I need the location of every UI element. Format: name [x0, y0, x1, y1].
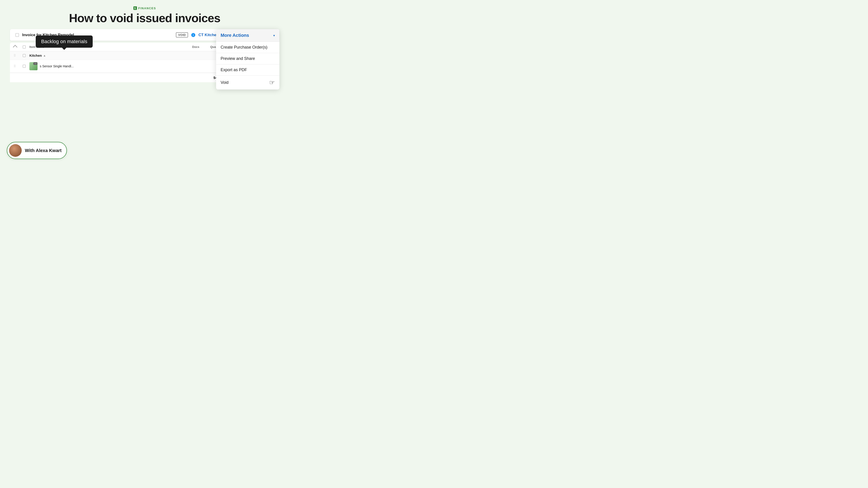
header-section: FINANCES How to void issued invoices [0, 0, 289, 25]
info-icon[interactable]: i [191, 33, 195, 37]
content-area: Backlog on materials Invoice for Kitchen… [0, 29, 289, 82]
drag-icon: ⠿ [13, 54, 23, 57]
void-badge: VOID [176, 32, 188, 37]
cursor-hand-icon: ☞ [269, 79, 275, 86]
more-actions-dropdown: More Actions ▾ Create Purchase Order(s) … [216, 29, 279, 90]
dropdown-item-create-po[interactable]: Create Purchase Order(s) [216, 41, 279, 53]
sort-up-icon [13, 45, 18, 50]
wallet-icon [133, 6, 137, 10]
group-checkbox[interactable] [23, 54, 26, 57]
dropdown-chevron-icon: ▾ [273, 34, 275, 37]
more-actions-header[interactable]: More Actions ▾ [216, 29, 279, 41]
col-docs: Docs [192, 45, 210, 48]
expand-icon[interactable]: ▲ [43, 54, 46, 57]
page-title: How to void issued invoices [69, 12, 220, 25]
thumbnail-badge: 1/2 [33, 62, 37, 65]
avatar-face [9, 144, 22, 157]
group-name: Kitchen ▲ [29, 54, 192, 57]
invoice-checkbox[interactable] [16, 33, 19, 37]
header-checkbox[interactable] [23, 45, 26, 48]
item-name-text: s Sensor Single Handl... [40, 64, 74, 68]
dropdown-item-export-pdf[interactable]: Export as PDF [216, 64, 279, 75]
avatar [9, 144, 22, 157]
presenter-card: With Alexa Kwart [7, 142, 67, 159]
backlog-tooltip: Backlog on materials [36, 35, 93, 48]
more-actions-title: More Actions [221, 33, 249, 38]
presenter-name: With Alexa Kwart [25, 148, 61, 153]
item-drag-icon: ⠿ [13, 64, 23, 68]
item-checkbox[interactable] [23, 65, 26, 68]
col-check [23, 45, 29, 48]
dropdown-item-preview-share[interactable]: Preview and Share [216, 53, 279, 64]
item-thumbnail: 1/2 [29, 62, 37, 70]
item-name-cell: 1/2 s Sensor Single Handl... [29, 62, 192, 70]
dropdown-item-void[interactable]: Void ☞ [216, 75, 279, 90]
category-label: FINANCES [133, 6, 156, 10]
col-drag [13, 45, 23, 49]
void-label: Void [221, 80, 228, 85]
